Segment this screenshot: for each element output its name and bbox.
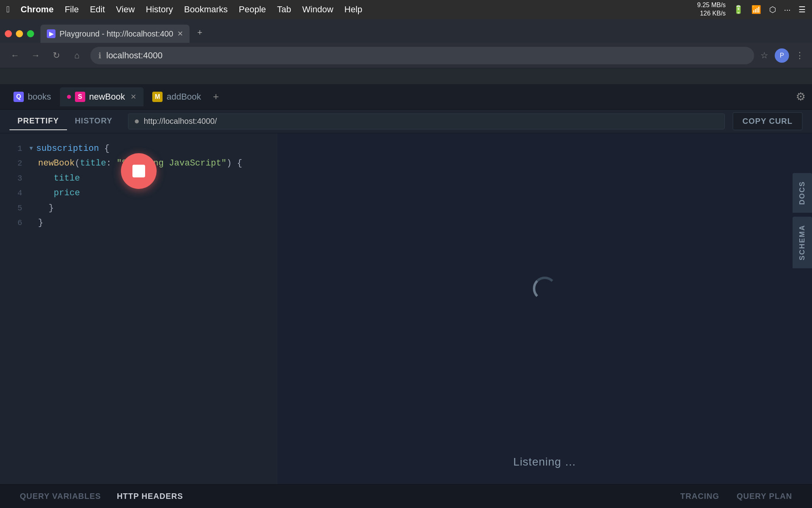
playground-bottom: QUERY VARIABLES HTTP HEADERS TRACING QUE… xyxy=(0,484,812,508)
apple-icon[interactable]:  xyxy=(6,4,10,15)
traffic-light-red[interactable] xyxy=(5,30,12,37)
spacer xyxy=(0,68,812,84)
tab-close-newbook[interactable]: ✕ xyxy=(130,92,136,101)
url-display: localhost:4000 xyxy=(106,50,746,61)
menu-tab[interactable]: Tab xyxy=(277,4,291,15)
tab-favicon: ▶ xyxy=(47,29,56,38)
token-price-field: price xyxy=(38,186,80,200)
result-panel: Listening … DOCS SCHEMA xyxy=(278,133,812,484)
connection-status-dot xyxy=(135,119,139,123)
traffic-lights xyxy=(5,30,34,37)
line-number-5: 5 xyxy=(8,202,22,215)
line-number-1: 1 xyxy=(8,142,22,156)
endpoint-url-bar[interactable]: http://localhost:4000/ xyxy=(128,114,724,129)
macos-menubar:  Chrome File Edit View History Bookmark… xyxy=(0,0,812,19)
menu-file[interactable]: File xyxy=(65,4,79,15)
copy-curl-button[interactable]: COPY CURL xyxy=(733,112,802,130)
clock-icon: ··· xyxy=(784,5,791,14)
chrome-tabbar: ▶ Playground - http://localhost:400 ✕ + xyxy=(0,19,812,43)
playground-toolbar: PRETTIFY HISTORY http://localhost:4000/ … xyxy=(0,110,812,133)
add-tab-button[interactable]: + xyxy=(213,90,219,103)
traffic-light-yellow[interactable] xyxy=(16,30,23,37)
token-close-outer: } xyxy=(38,216,43,230)
menu-chrome[interactable]: Chrome xyxy=(21,4,54,15)
menubar-right: 9.25 MB/s 126 KB/s 🔋 📶 ⬡ ··· ☰ xyxy=(697,1,806,18)
menu-help[interactable]: Help xyxy=(345,4,362,15)
history-button[interactable]: HISTORY xyxy=(67,112,121,130)
bluetooth-icon: ⬡ xyxy=(769,5,776,14)
menu-bookmarks[interactable]: Bookmarks xyxy=(184,4,228,15)
tab-label-newbook: newBook xyxy=(89,92,125,102)
tab-label-books: books xyxy=(28,92,51,102)
listening-status: Listening … xyxy=(278,444,812,484)
menu-window[interactable]: Window xyxy=(302,4,333,15)
editor-panel[interactable]: 1 ▾ subscription { 2 newBook ( title : "… xyxy=(0,133,278,484)
menu-view[interactable]: View xyxy=(116,4,135,15)
http-headers-tab[interactable]: HTTP HEADERS xyxy=(109,488,191,505)
home-button[interactable]: ⌂ xyxy=(70,48,84,63)
ssl-icon: ℹ xyxy=(98,51,102,60)
reload-button[interactable]: ↻ xyxy=(49,48,63,63)
browser-tab-active[interactable]: ▶ Playground - http://localhost:400 ✕ xyxy=(40,25,190,43)
chrome-addressbar: ← → ↻ ⌂ ℹ localhost:4000 ☆ P ⋮ xyxy=(0,43,812,68)
stop-icon xyxy=(132,165,145,177)
tab-icon-newbook: S xyxy=(75,92,85,102)
new-tab-button[interactable]: + xyxy=(193,25,207,40)
token-close-inner: } xyxy=(38,201,54,216)
wifi-icon: 📶 xyxy=(751,5,761,14)
line-number-6: 6 xyxy=(8,216,22,230)
tab-close-icon[interactable]: ✕ xyxy=(177,29,183,38)
network-stats: 9.25 MB/s 126 KB/s xyxy=(697,1,726,18)
prettify-button[interactable]: PRETTIFY xyxy=(10,112,67,130)
spinner-container xyxy=(278,133,812,444)
docs-tab-button[interactable]: DOCS xyxy=(793,173,812,213)
playground-main: 1 ▾ subscription { 2 newBook ( title : "… xyxy=(0,133,812,484)
line-number-2: 2 xyxy=(8,157,22,170)
bookmark-icon[interactable]: ☆ xyxy=(760,50,768,61)
fold-arrow-1[interactable]: ▾ xyxy=(29,141,34,156)
tab-label-addbook: addBook xyxy=(167,92,201,102)
query-variables-tab[interactable]: QUERY VARIABLES xyxy=(12,488,109,505)
tab-newbook[interactable]: S newBook ✕ xyxy=(60,87,144,106)
code-line-5: 5 } xyxy=(0,201,278,216)
menu-people[interactable]: People xyxy=(239,4,266,15)
menu-history[interactable]: History xyxy=(146,4,173,15)
bottom-right-tabs: TRACING QUERY PLAN xyxy=(672,488,800,505)
tab-icon-addbook: M xyxy=(152,92,163,102)
playground-tabs: Q books S newBook ✕ M addBook + ⚙ xyxy=(0,84,812,110)
more-options-icon[interactable]: ⋮ xyxy=(795,50,804,61)
menu-extras-icon: ☰ xyxy=(799,5,806,14)
address-bar[interactable]: ℹ localhost:4000 xyxy=(90,47,754,64)
tracing-tab[interactable]: TRACING xyxy=(672,488,727,505)
stop-button[interactable] xyxy=(121,153,157,189)
token-subscription: subscription xyxy=(36,141,99,156)
line-number-3: 3 xyxy=(8,172,22,185)
tab-books[interactable]: Q books xyxy=(6,87,58,106)
tab-title: Playground - http://localhost:400 xyxy=(59,29,173,38)
back-button[interactable]: ← xyxy=(8,48,22,63)
code-line-6: 6 } xyxy=(0,216,278,230)
forward-button[interactable]: → xyxy=(29,48,43,63)
profile-avatar[interactable]: P xyxy=(775,48,789,63)
endpoint-url-text: http://localhost:4000/ xyxy=(144,117,217,126)
network-down: 126 KB/s xyxy=(697,10,726,18)
settings-icon[interactable]: ⚙ xyxy=(796,90,806,103)
side-tabs: DOCS SCHEMA xyxy=(791,133,812,484)
line-number-4: 4 xyxy=(8,187,22,200)
query-plan-tab[interactable]: QUERY PLAN xyxy=(729,488,800,505)
loading-spinner xyxy=(533,277,557,300)
graphql-playground: Q books S newBook ✕ M addBook + ⚙ PRETTI… xyxy=(0,84,812,508)
battery-icon: 🔋 xyxy=(733,5,743,14)
network-up: 9.25 MB/s xyxy=(697,1,726,10)
token-title-field: title xyxy=(38,171,80,186)
token-newbook: newBook xyxy=(38,156,75,171)
schema-tab-button[interactable]: SCHEMA xyxy=(793,217,812,268)
tab-dot-newbook xyxy=(67,95,71,99)
token-title-arg: title xyxy=(80,156,106,171)
tab-icon-books: Q xyxy=(13,92,24,102)
tab-addbook[interactable]: M addBook xyxy=(145,87,208,106)
menu-edit[interactable]: Edit xyxy=(90,4,105,15)
traffic-light-green[interactable] xyxy=(27,30,34,37)
